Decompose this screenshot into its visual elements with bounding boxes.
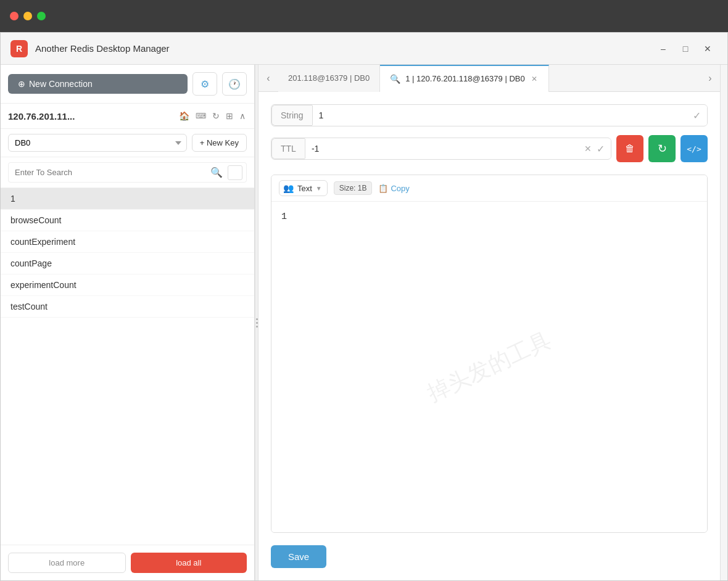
plus-icon: ⊕	[18, 79, 25, 89]
ttl-value-wrap: -1 ✕ ✓	[305, 139, 611, 159]
key-list: 1 browseCount countExperiment countPage …	[1, 188, 254, 545]
format-caret-icon: ▼	[316, 185, 322, 192]
save-button[interactable]: Save	[271, 545, 326, 568]
ttl-check-icon: ✓	[597, 143, 605, 155]
resize-dot	[256, 322, 258, 324]
db-toolbar: DB0 DB1 DB2 + New Key	[1, 129, 254, 157]
resize-dot	[256, 318, 258, 320]
db-selector[interactable]: DB0 DB1 DB2	[8, 134, 187, 152]
new-connection-label: New Connection	[29, 79, 93, 89]
logo-text: R	[16, 44, 22, 54]
app-logo: R	[10, 40, 28, 57]
list-item[interactable]: testCount	[1, 296, 254, 318]
list-item[interactable]: countPage	[1, 253, 254, 274]
format-icon: 👥	[283, 183, 294, 193]
sidebar-toolbar: ⊕ New Connection ⚙ 🕐	[1, 65, 254, 104]
grid-button[interactable]: ⊞	[225, 110, 234, 122]
copy-button[interactable]: 📋 Copy	[378, 184, 409, 193]
tab-nav-right[interactable]: ›	[700, 65, 720, 92]
scrollbar-area[interactable]	[720, 65, 727, 580]
format-label: Text	[297, 184, 312, 193]
copy-label: Copy	[391, 184, 409, 193]
app-title: Another Redis Desktop Manager	[35, 43, 646, 54]
ttl-value: -1	[312, 139, 584, 159]
tab-inactive[interactable]: 201.118@16379 | DB0	[278, 65, 380, 92]
resize-dot	[256, 326, 258, 328]
key-editor: String 1 ✓ TTL -1 ✕ ✓	[259, 92, 720, 580]
list-item[interactable]: countExperiment	[1, 231, 254, 253]
main-layout: ⊕ New Connection ⚙ 🕐 120.76.201.11... 🏠 …	[1, 65, 727, 580]
minimize-traffic-light[interactable]	[23, 12, 32, 20]
value-toolbar: 👥 Text ▼ Size: 1B 📋 Copy	[271, 175, 707, 202]
maximize-button[interactable]: □	[676, 40, 695, 57]
connection-item: 120.76.201.11... 🏠 ⌨ ↻ ⊞ ∧	[1, 104, 254, 129]
traffic-lights	[10, 12, 46, 20]
terminal-button[interactable]: ⌨	[194, 110, 207, 122]
key-name: experimentCount	[10, 280, 77, 290]
new-key-button[interactable]: + New Key	[192, 134, 247, 152]
code-icon: </>	[687, 144, 701, 154]
list-item[interactable]: experimentCount	[1, 274, 254, 296]
window-controls: – □ ✕	[653, 40, 718, 57]
type-check-icon: ✓	[693, 110, 701, 122]
value-editor-section: 👥 Text ▼ Size: 1B 📋 Copy 1 掉头发的工具	[271, 175, 708, 533]
sidebar: ⊕ New Connection ⚙ 🕐 120.76.201.11... 🏠 …	[1, 65, 255, 580]
tab-search-icon: 🔍	[390, 74, 400, 84]
app-header: R Another Redis Desktop Manager – □ ✕	[1, 33, 727, 65]
load-more-button[interactable]: load more	[8, 553, 126, 573]
settings-icon: ⚙	[201, 78, 209, 90]
maximize-traffic-light[interactable]	[37, 12, 46, 20]
list-item[interactable]: browseCount	[1, 210, 254, 231]
list-item[interactable]: 1	[1, 188, 254, 210]
new-connection-button[interactable]: ⊕ New Connection	[8, 74, 188, 94]
settings-button[interactable]: ⚙	[192, 72, 217, 96]
type-value: 1	[319, 105, 693, 125]
format-selector[interactable]: 👥 Text ▼	[279, 180, 328, 196]
connection-name: 120.76.201.11...	[8, 111, 75, 122]
key-name: 1	[10, 194, 15, 204]
tabs-bar: ‹ 201.118@16379 | DB0 🔍 1 | 120.76.201.1…	[259, 65, 720, 92]
tab-nav-left[interactable]: ‹	[259, 65, 278, 92]
app-window: R Another Redis Desktop Manager – □ ✕ ⊕ …	[0, 32, 728, 581]
value-textarea[interactable]: 1	[271, 202, 707, 532]
size-badge: Size: 1B	[334, 181, 373, 195]
resize-dots	[256, 318, 258, 328]
refresh-key-button[interactable]: ↻	[648, 135, 676, 162]
code-button[interactable]: </>	[680, 135, 708, 162]
close-traffic-light[interactable]	[10, 12, 19, 20]
key-name: browseCount	[10, 215, 62, 225]
search-input-wrap: 🔍	[8, 162, 247, 183]
load-all-button[interactable]: load all	[131, 553, 247, 573]
search-filter-button[interactable]	[228, 165, 242, 180]
titlebar	[0, 0, 728, 32]
type-label: String	[271, 105, 312, 126]
tab-close-button[interactable]: ✕	[530, 73, 539, 84]
connection-actions: 🏠 ⌨ ↻ ⊞ ∧	[178, 110, 247, 122]
close-button[interactable]: ✕	[698, 40, 718, 57]
minimize-button[interactable]: –	[653, 40, 673, 57]
home-button[interactable]: 🏠	[178, 110, 191, 122]
search-bar: 🔍	[1, 157, 254, 188]
value-textarea-container: 1 掉头发的工具	[271, 202, 707, 532]
trash-icon: 🗑	[625, 143, 635, 154]
refresh-button[interactable]: ↻	[211, 110, 221, 122]
history-button[interactable]: 🕐	[222, 72, 247, 96]
sidebar-footer: load more load all	[1, 545, 254, 580]
refresh-icon: ↻	[658, 142, 667, 155]
copy-icon: 📋	[378, 184, 388, 193]
ttl-clear-icon[interactable]: ✕	[584, 144, 592, 154]
type-value-wrap: 1 ✓	[312, 105, 707, 125]
content-area: ‹ 201.118@16379 | DB0 🔍 1 | 120.76.201.1…	[259, 65, 720, 580]
tab-label: 1 | 120.76.201.118@16379 | DB0	[405, 74, 524, 83]
history-icon: 🕐	[228, 78, 241, 90]
search-input[interactable]	[9, 163, 205, 181]
search-icon[interactable]: 🔍	[205, 163, 228, 182]
key-name: countPage	[10, 258, 52, 268]
collapse-button[interactable]: ∧	[238, 110, 247, 122]
tab-label: 201.118@16379 | DB0	[288, 73, 370, 83]
connection-header: 120.76.201.11... 🏠 ⌨ ↻ ⊞ ∧	[8, 110, 247, 122]
key-name: testCount	[10, 302, 48, 311]
tab-active[interactable]: 🔍 1 | 120.76.201.118@16379 | DB0 ✕	[380, 65, 548, 92]
delete-button[interactable]: 🗑	[616, 135, 643, 162]
ttl-label: TTL	[271, 138, 305, 159]
